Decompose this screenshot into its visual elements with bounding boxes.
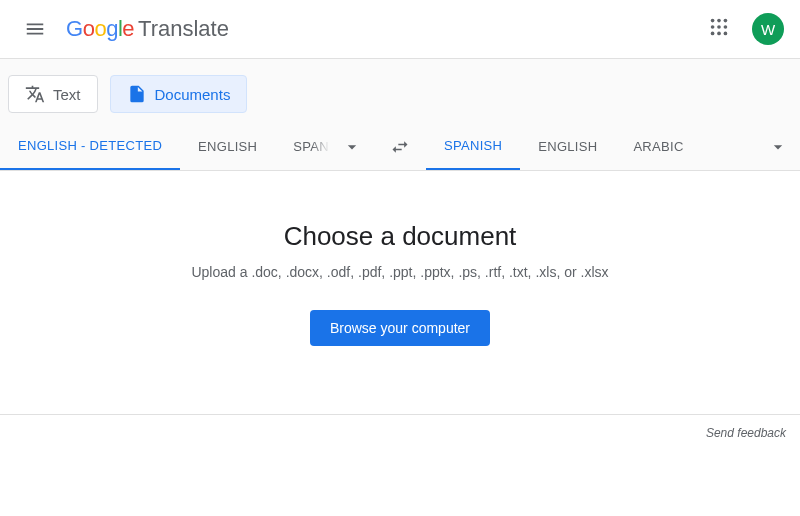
apps-icon[interactable] bbox=[702, 10, 736, 48]
target-lang-dropdown[interactable] bbox=[756, 123, 800, 170]
swap-languages-button[interactable] bbox=[374, 123, 426, 170]
browse-computer-button[interactable]: Browse your computer bbox=[310, 310, 490, 346]
main-content: Choose a document Upload a .doc, .docx, … bbox=[0, 171, 800, 386]
avatar[interactable]: W bbox=[752, 13, 784, 45]
language-bar: ENGLISH - DETECTED ENGLISH SPANISH SPANI… bbox=[0, 123, 800, 171]
app-header: Google Translate W bbox=[0, 0, 800, 59]
header-right: W bbox=[702, 10, 784, 48]
translate-icon bbox=[25, 84, 45, 104]
svg-point-2 bbox=[724, 19, 728, 23]
tab-documents[interactable]: Documents bbox=[110, 75, 248, 113]
svg-point-7 bbox=[717, 32, 721, 36]
target-lang-english[interactable]: ENGLISH bbox=[520, 123, 615, 170]
mode-tabs: Text Documents bbox=[0, 59, 800, 123]
tab-text[interactable]: Text bbox=[8, 75, 98, 113]
product-name: Translate bbox=[138, 16, 229, 42]
tab-documents-label: Documents bbox=[155, 86, 231, 103]
choose-document-subtitle: Upload a .doc, .docx, .odf, .pdf, .ppt, … bbox=[20, 264, 780, 280]
menu-icon[interactable] bbox=[16, 10, 54, 48]
header-left: Google Translate bbox=[16, 10, 229, 48]
source-lang-dropdown[interactable] bbox=[330, 123, 374, 170]
chevron-down-icon bbox=[768, 137, 788, 157]
svg-point-4 bbox=[717, 25, 721, 29]
source-language-group: ENGLISH - DETECTED ENGLISH SPANISH bbox=[0, 123, 330, 170]
target-lang-arabic[interactable]: ARABIC bbox=[615, 123, 701, 170]
svg-point-8 bbox=[724, 32, 728, 36]
svg-point-1 bbox=[717, 19, 721, 23]
document-icon bbox=[127, 84, 147, 104]
footer: Send feedback bbox=[0, 414, 800, 449]
tab-text-label: Text bbox=[53, 86, 81, 103]
swap-icon bbox=[390, 137, 410, 157]
source-lang-detected[interactable]: ENGLISH - DETECTED bbox=[0, 123, 180, 170]
target-language-group: SPANISH ENGLISH ARABIC bbox=[426, 123, 756, 170]
send-feedback-link[interactable]: Send feedback bbox=[706, 426, 786, 440]
svg-point-0 bbox=[711, 19, 715, 23]
svg-point-6 bbox=[711, 32, 715, 36]
logo[interactable]: Google Translate bbox=[66, 16, 229, 42]
target-lang-spanish[interactable]: SPANISH bbox=[426, 123, 520, 170]
avatar-initial: W bbox=[761, 21, 775, 38]
choose-document-title: Choose a document bbox=[20, 221, 780, 252]
source-lang-english[interactable]: ENGLISH bbox=[180, 123, 275, 170]
svg-point-5 bbox=[724, 25, 728, 29]
google-wordmark: Google bbox=[66, 16, 134, 42]
svg-point-3 bbox=[711, 25, 715, 29]
chevron-down-icon bbox=[342, 137, 362, 157]
